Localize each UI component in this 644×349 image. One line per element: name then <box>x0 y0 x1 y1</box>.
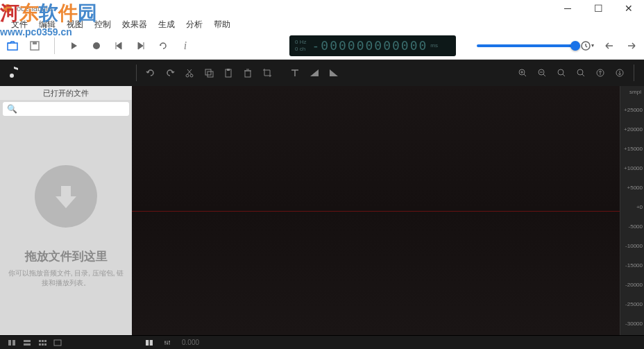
ruler-tick: -20000 <box>625 282 643 288</box>
ruler-tick: -25000 <box>625 301 643 307</box>
svg-rect-19 <box>8 340 11 346</box>
svg-point-4 <box>93 42 100 49</box>
menu-edit[interactable]: 编辑 <box>33 17 61 32</box>
crop-button[interactable] <box>260 65 275 80</box>
delete-button[interactable] <box>240 65 255 80</box>
svg-rect-1 <box>8 43 17 50</box>
nav-forward-button[interactable] <box>625 39 638 53</box>
lcd-unit: ms <box>430 42 438 49</box>
maximize-button[interactable]: ☐ <box>583 0 613 17</box>
view-mode-4-button[interactable] <box>51 338 64 348</box>
ruler-tick: +20000 <box>624 126 643 133</box>
menu-file[interactable]: 文件 <box>6 17 33 32</box>
ruler-tick: -5000 <box>629 223 643 230</box>
lcd-hz: 0 Hz <box>295 39 306 46</box>
waveform-canvas[interactable] <box>132 86 620 335</box>
svg-point-33 <box>167 343 168 344</box>
view-mode-3-button[interactable] <box>36 338 49 348</box>
svg-point-34 <box>169 341 170 342</box>
ruler-tick: +0 <box>636 204 643 210</box>
svg-rect-23 <box>39 340 41 342</box>
open-file-button[interactable] <box>6 39 19 53</box>
app-icon <box>3 3 12 13</box>
zoom-out-button[interactable] <box>534 65 550 80</box>
svg-rect-11 <box>227 69 230 71</box>
svg-point-16 <box>577 69 583 75</box>
fade-in-button[interactable] <box>307 65 322 80</box>
ruler-tick: +5000 <box>627 185 643 191</box>
svg-point-7 <box>190 74 193 77</box>
svg-rect-26 <box>39 343 41 346</box>
main-toolbar: i 0 Hz 0 ch -000000000000 ms ▾ <box>0 32 644 60</box>
cut-button[interactable] <box>182 65 197 80</box>
ruler-unit: smpl <box>629 89 641 95</box>
redo-button[interactable] <box>162 65 178 80</box>
lcd-ch: 0 ch <box>295 46 306 53</box>
svg-rect-3 <box>33 42 37 44</box>
svg-rect-25 <box>44 340 46 342</box>
prev-button[interactable] <box>112 39 126 53</box>
save-button[interactable] <box>28 39 42 53</box>
sidebar: 已打开的文件 🔍 拖放文件到这里 你可以拖放音频文件, 目录, 压缩包, 链接和… <box>0 86 132 335</box>
zoom-vertical-out-button[interactable] <box>612 65 627 80</box>
lcd-time: -000000000000 <box>312 38 427 53</box>
waveform-centerline <box>132 211 620 212</box>
volume-slider[interactable] <box>477 44 580 47</box>
fade-out-button[interactable] <box>326 65 341 80</box>
menubar: 文件 编辑 视图 控制 效果器 生成 分析 帮助 <box>0 17 644 32</box>
svg-rect-8 <box>205 69 211 75</box>
drop-zone[interactable]: 拖放文件到这里 你可以拖放音频文件, 目录, 压缩包, 链接和播放列表。 <box>0 118 132 335</box>
minimize-button[interactable]: ─ <box>552 0 583 17</box>
ruler-tick: -30000 <box>625 321 643 327</box>
record-button[interactable] <box>90 39 103 53</box>
zoom-in-button[interactable] <box>515 65 530 80</box>
status-position: 0.000 <box>182 339 199 346</box>
menu-generate[interactable]: 生成 <box>153 17 180 32</box>
ruler-tick: +10000 <box>624 165 643 171</box>
window-title: ocenaudio <box>17 4 52 12</box>
text-button[interactable] <box>287 65 303 80</box>
history-button[interactable]: ▾ <box>580 39 594 53</box>
music-note-icon <box>6 65 22 81</box>
svg-point-32 <box>164 341 166 343</box>
volume-thumb[interactable] <box>570 41 580 51</box>
statusbar: 0.000 <box>0 335 644 349</box>
menu-view[interactable]: 视图 <box>61 17 89 32</box>
copy-button[interactable] <box>201 65 217 80</box>
nav-back-button[interactable] <box>602 39 616 53</box>
drop-title: 拖放文件到这里 <box>25 248 108 264</box>
menu-control[interactable]: 控制 <box>89 17 117 32</box>
view-mode-2-button[interactable] <box>21 338 33 348</box>
svg-point-15 <box>558 69 564 75</box>
sidebar-header: 已打开的文件 <box>0 86 132 100</box>
titlebar: ocenaudio ─ ☐ ✕ <box>0 0 644 17</box>
edit-toolbar <box>0 60 644 86</box>
menu-help[interactable]: 帮助 <box>208 17 236 32</box>
zoom-fit-button[interactable] <box>573 65 588 80</box>
ruler-tick: +25000 <box>624 107 643 113</box>
search-icon: 🔍 <box>7 104 17 114</box>
search-input[interactable] <box>20 105 125 113</box>
split-view-button[interactable] <box>143 338 155 348</box>
close-button[interactable]: ✕ <box>613 0 644 17</box>
settings-button[interactable] <box>161 338 173 348</box>
play-button[interactable] <box>67 39 81 53</box>
menu-analyze[interactable]: 分析 <box>180 17 208 32</box>
drop-icon <box>35 165 97 228</box>
svg-rect-31 <box>149 340 150 346</box>
menu-effects[interactable]: 效果器 <box>117 17 153 32</box>
next-button[interactable] <box>134 39 148 53</box>
view-mode-1-button[interactable] <box>6 338 18 348</box>
svg-rect-20 <box>12 340 15 346</box>
loop-button[interactable] <box>156 39 170 53</box>
info-button[interactable]: i <box>178 39 192 53</box>
zoom-selection-button[interactable] <box>554 65 569 80</box>
svg-rect-9 <box>207 71 213 77</box>
waveform-area[interactable]: smpl +25000 +20000 +15000 +10000 +5000 +… <box>132 86 644 335</box>
paste-button[interactable] <box>221 65 236 80</box>
svg-rect-24 <box>42 340 44 342</box>
search-box[interactable]: 🔍 <box>3 102 129 116</box>
zoom-vertical-in-button[interactable] <box>593 65 608 80</box>
undo-button[interactable] <box>143 65 158 80</box>
svg-rect-21 <box>24 340 31 342</box>
